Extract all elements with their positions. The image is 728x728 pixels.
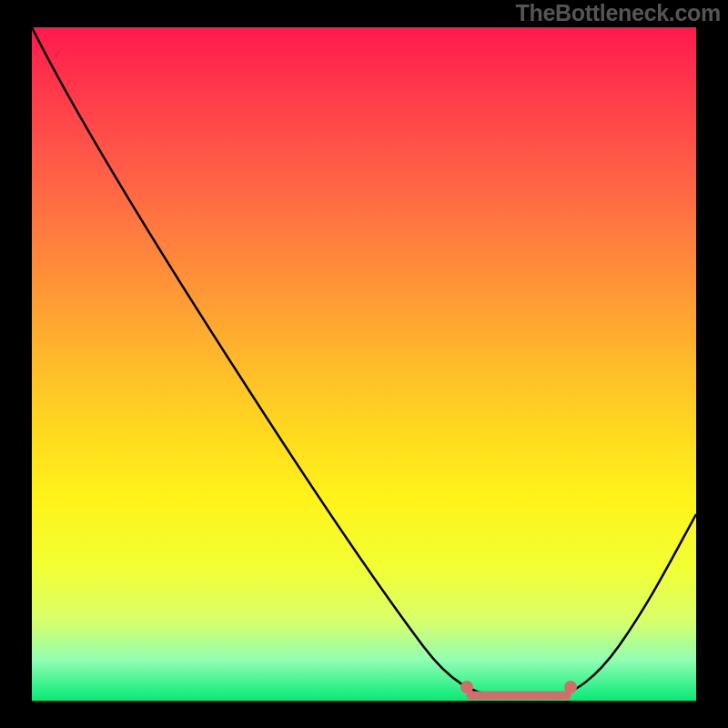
- watermark-text: TheBottleneck.com: [515, 0, 721, 26]
- bottleneck-curve-path: [32, 27, 696, 696]
- chart-curve-layer: [32, 27, 696, 701]
- chart-plot-area: [32, 27, 696, 701]
